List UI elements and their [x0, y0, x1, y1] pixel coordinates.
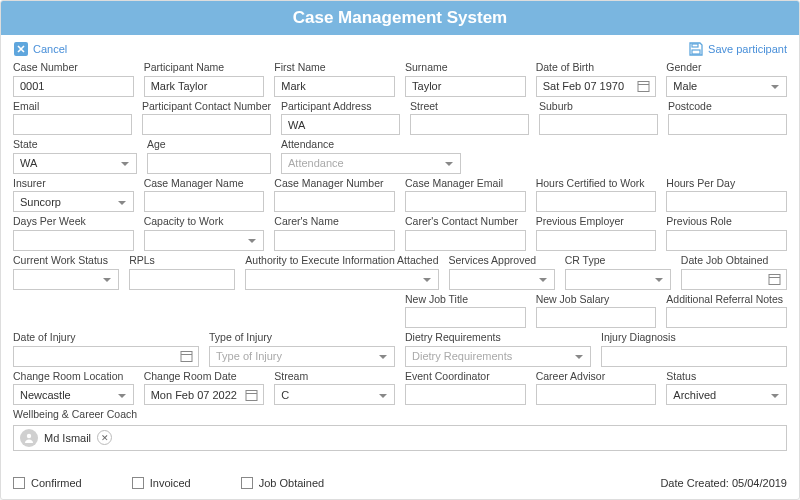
capacity-select[interactable] — [144, 230, 265, 251]
change-room-date-label: Change Room Date — [144, 370, 265, 383]
event-coord-input[interactable] — [405, 384, 526, 405]
change-room-date-input[interactable]: Mon Feb 07 2022 — [144, 384, 265, 405]
injury-diag-input[interactable] — [601, 346, 787, 367]
carer-name-label: Carer's Name — [274, 215, 395, 228]
carer-contact-label: Carer's Contact Number — [405, 215, 526, 228]
participant-contact-label: Participant Contact Number — [142, 100, 271, 113]
date-created: Date Created: 05/04/2019 — [660, 477, 787, 489]
confirmed-checkbox[interactable]: Confirmed — [13, 477, 82, 489]
email-label: Email — [13, 100, 132, 113]
coach-label: Wellbeing & Career Coach — [13, 408, 787, 421]
services-approved-select[interactable] — [449, 269, 555, 290]
avatar-icon — [20, 429, 38, 447]
invoiced-checkbox[interactable]: Invoiced — [132, 477, 191, 489]
first-name-input[interactable]: Mark — [274, 76, 395, 97]
save-icon — [688, 41, 704, 57]
rpls-input[interactable] — [129, 269, 235, 290]
authority-select[interactable] — [245, 269, 438, 290]
svg-rect-1 — [692, 44, 698, 47]
save-label: Save participant — [708, 43, 787, 55]
status-select[interactable]: Archived — [666, 384, 787, 405]
email-input[interactable] — [13, 114, 132, 135]
authority-label: Authority to Execute Information Attache… — [245, 254, 438, 267]
save-button[interactable]: Save participant — [688, 41, 787, 57]
svg-rect-9 — [246, 390, 257, 400]
stream-label: Stream — [274, 370, 395, 383]
dob-input[interactable]: Sat Feb 07 1970 — [536, 76, 657, 97]
prev-role-label: Previous Role — [666, 215, 787, 228]
postcode-input[interactable] — [668, 114, 787, 135]
hours-cert-input[interactable] — [536, 191, 657, 212]
prev-role-input[interactable] — [666, 230, 787, 251]
postcode-label: Postcode — [668, 100, 787, 113]
referral-notes-label: Additional Referral Notes — [666, 293, 787, 306]
cm-number-label: Case Manager Number — [274, 177, 395, 190]
hours-cert-label: Hours Certified to Work — [536, 177, 657, 190]
dietry-select[interactable]: Dietry Requirements — [405, 346, 591, 367]
new-job-salary-input[interactable] — [536, 307, 657, 328]
close-icon — [13, 41, 29, 57]
change-room-loc-label: Change Room Location — [13, 370, 134, 383]
career-advisor-input[interactable] — [536, 384, 657, 405]
cm-email-label: Case Manager Email — [405, 177, 526, 190]
surname-label: Surname — [405, 61, 526, 74]
prev-employer-input[interactable] — [536, 230, 657, 251]
type-injury-label: Type of Injury — [209, 331, 395, 344]
date-job-input[interactable] — [681, 269, 787, 290]
state-select[interactable]: WA — [13, 153, 137, 174]
cancel-button[interactable]: Cancel — [13, 41, 67, 57]
job-obtained-checkbox[interactable]: Job Obtained — [241, 477, 324, 489]
case-number-input[interactable]: 0001 — [13, 76, 134, 97]
new-job-title-input[interactable] — [405, 307, 526, 328]
insurer-select[interactable]: Suncorp — [13, 191, 134, 212]
suburb-label: Suburb — [539, 100, 658, 113]
prev-employer-label: Previous Employer — [536, 215, 657, 228]
type-injury-select[interactable]: Type of Injury — [209, 346, 395, 367]
attendance-label: Attendance — [281, 138, 461, 151]
date-injury-input[interactable] — [13, 346, 199, 367]
cm-email-input[interactable] — [405, 191, 526, 212]
coach-input[interactable]: Md Ismail ✕ — [13, 425, 787, 451]
change-room-loc-select[interactable]: Newcastle — [13, 384, 134, 405]
age-label: Age — [147, 138, 271, 151]
calendar-icon — [637, 80, 650, 93]
gender-label: Gender — [666, 61, 787, 74]
remove-coach-button[interactable]: ✕ — [97, 430, 112, 445]
days-week-label: Days Per Week — [13, 215, 134, 228]
stream-select[interactable]: C — [274, 384, 395, 405]
participant-contact-input[interactable] — [142, 114, 271, 135]
state-label: State — [13, 138, 137, 151]
dietry-label: Dietry Requirements — [405, 331, 591, 344]
event-coord-label: Event Coordinator — [405, 370, 526, 383]
new-job-salary-label: New Job Salary — [536, 293, 657, 306]
capacity-label: Capacity to Work — [144, 215, 265, 228]
days-week-input[interactable] — [13, 230, 134, 251]
first-name-label: First Name — [274, 61, 395, 74]
status-label: Status — [666, 370, 787, 383]
svg-rect-7 — [181, 352, 192, 362]
calendar-icon — [245, 388, 258, 401]
svg-rect-5 — [769, 275, 780, 285]
services-approved-label: Services Approved — [449, 254, 555, 267]
cur-work-status-select[interactable] — [13, 269, 119, 290]
street-input[interactable] — [410, 114, 529, 135]
cm-number-input[interactable] — [274, 191, 395, 212]
carer-name-input[interactable] — [274, 230, 395, 251]
surname-input[interactable]: Taylor — [405, 76, 526, 97]
calendar-icon — [180, 350, 193, 363]
age-input[interactable] — [147, 153, 271, 174]
participant-name-input[interactable]: Mark Taylor — [144, 76, 265, 97]
hours-day-input[interactable] — [666, 191, 787, 212]
svg-rect-2 — [692, 50, 700, 54]
insurer-label: Insurer — [13, 177, 134, 190]
referral-notes-input[interactable] — [666, 307, 787, 328]
carer-contact-input[interactable] — [405, 230, 526, 251]
new-job-title-label: New Job Title — [405, 293, 526, 306]
attendance-select[interactable]: Attendance — [281, 153, 461, 174]
gender-select[interactable]: Male — [666, 76, 787, 97]
cr-type-select[interactable] — [565, 269, 671, 290]
participant-address-input[interactable]: WA — [281, 114, 400, 135]
cm-name-input[interactable] — [144, 191, 265, 212]
street-label: Street — [410, 100, 529, 113]
suburb-input[interactable] — [539, 114, 658, 135]
